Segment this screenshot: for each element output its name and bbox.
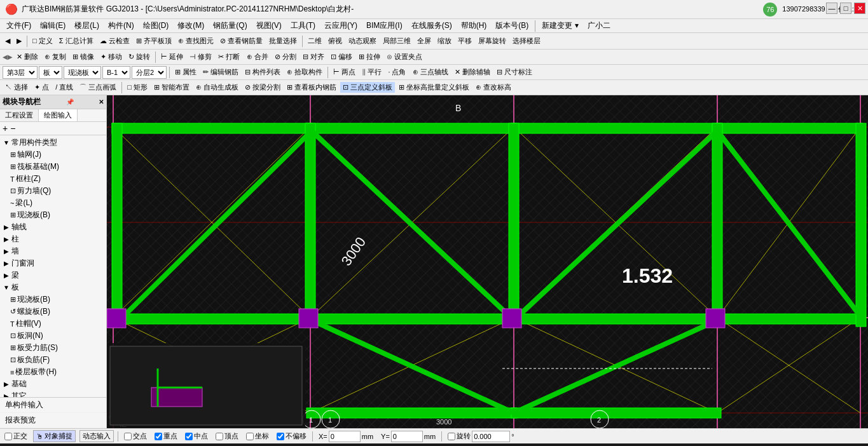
btn-break[interactable]: ✂ 打断 (216, 51, 242, 62)
menu-new-change[interactable]: 新建变更 ▾ (538, 19, 582, 32)
tree-slabhole[interactable]: ⊡ 板洞(N) (1, 330, 105, 342)
btn-smart[interactable]: ⊞ 智能布置 (151, 82, 192, 93)
menu-component[interactable]: 构件(N) (104, 19, 138, 32)
btn-local-3d[interactable]: 局部三维 (380, 36, 413, 46)
btn-dynamic[interactable]: 动态观察 (346, 36, 379, 46)
btn-merge[interactable]: ⊕ 合并 (244, 51, 271, 62)
floor-select[interactable]: 第3层 (3, 66, 38, 79)
cb-nooffset[interactable] (277, 433, 284, 440)
tree-column[interactable]: ▶ 柱 (1, 233, 105, 245)
cb-coord[interactable] (246, 433, 254, 440)
btn-arc[interactable]: ⌒ 三点画弧 (77, 82, 119, 93)
tab-settings[interactable]: 工程设置 (0, 109, 39, 121)
menu-floor[interactable]: 楼层(L) (71, 19, 103, 32)
tree-axisline[interactable]: ▶ 轴线 (1, 221, 105, 233)
tree-beam[interactable]: ~ 梁(L) (1, 197, 105, 209)
btn-add-panel[interactable]: + (3, 123, 8, 133)
cb-rotate[interactable] (448, 433, 455, 440)
btn-sum[interactable]: Σ 汇总计算 (57, 36, 96, 46)
expand-wall[interactable]: ▶ (3, 248, 10, 255)
status-capture[interactable]: 🖱 对象捕捉 (33, 430, 76, 442)
cb-cross[interactable] (124, 433, 132, 440)
btn-mirror[interactable]: ⊞ 镜像 (70, 51, 97, 62)
menu-cloud[interactable]: 云应用(Y) (320, 19, 361, 32)
btn-stretch[interactable]: ⊞ 拉伸 (356, 51, 383, 62)
btn-rotate-screen[interactable]: 屏幕旋转 (476, 36, 509, 46)
btn-three-slope[interactable]: ⊡ 三点定义斜板 (340, 82, 395, 93)
btn-offset[interactable]: ⊡ 偏移 (328, 51, 355, 62)
tree-col[interactable]: T 框柱(Z) (1, 173, 105, 185)
expand-common[interactable]: ▼ (3, 139, 10, 146)
expand-beam[interactable]: ▶ (3, 272, 10, 279)
cb-zhengjiao[interactable] (4, 433, 12, 440)
input-angle[interactable] (472, 431, 510, 442)
maximize-button[interactable]: □ (840, 3, 851, 14)
btn-extend[interactable]: ⊢ 延伸 (158, 51, 186, 62)
tab-draw[interactable]: 绘图输入 (39, 109, 78, 121)
cb-key[interactable] (155, 433, 162, 440)
tree-colcap[interactable]: T 柱帽(V) (1, 318, 105, 330)
tree-slabrebar[interactable]: ⊞ 板受力筋(S) (1, 342, 105, 354)
btn-view-rebar2[interactable]: ⊞ 查看板内钢筋 (284, 82, 339, 93)
btn-fullscreen[interactable]: 全屏 (415, 36, 434, 46)
btn-report[interactable]: 报表预览 (0, 413, 106, 428)
btn-split[interactable]: ⊘ 分割 (272, 51, 299, 62)
panel-pin[interactable]: 📌 (66, 98, 74, 105)
tree-beamcat[interactable]: ▶ 梁 (1, 269, 105, 281)
btn-find[interactable]: ⊕ 查找图元 (176, 36, 216, 46)
btn-split-beam[interactable]: ⊘ 按梁分割 (242, 82, 283, 93)
btn-delete[interactable]: ✕ 删除 (14, 51, 41, 62)
btn-pan[interactable]: 平移 (455, 36, 474, 46)
menu-online[interactable]: 在线服务(S) (408, 19, 456, 32)
btn-line[interactable]: / 直线 (53, 82, 76, 93)
cb-mid[interactable] (185, 433, 193, 440)
panel-close[interactable]: ✕ (99, 98, 104, 105)
minimize-button[interactable]: — (826, 3, 837, 14)
btn-property[interactable]: ⊞ 属性 (172, 67, 199, 78)
btn-level-top[interactable]: ⊞ 齐平板顶 (134, 36, 174, 46)
tree-raft[interactable]: ⊞ 筏板基础(M) (1, 161, 105, 173)
tree-slabcat[interactable]: ▼ 板 (1, 281, 105, 294)
btn-forward[interactable]: ▶ (14, 36, 24, 46)
tree-doorwin[interactable]: ▶ 门窗洞 (1, 257, 105, 269)
btn-two-point[interactable]: ⊢ 两点 (331, 67, 358, 78)
material-select[interactable]: 现浇板 (64, 66, 101, 79)
menu-draw[interactable]: 绘图(D) (139, 19, 173, 32)
btn-dim[interactable]: ⊟ 尺寸标注 (494, 67, 535, 78)
btn-three-axis[interactable]: ⊕ 三点轴线 (410, 67, 451, 78)
menu-guang[interactable]: 广小二 (584, 19, 614, 32)
menu-help[interactable]: 帮助(H) (457, 19, 491, 32)
type-select[interactable]: 板 (39, 66, 62, 79)
btn-rotate[interactable]: ↻ 旋转 (126, 51, 153, 62)
tree-spiralslab[interactable]: ↺ 螺旋板(B) (1, 306, 105, 318)
btn-2d[interactable]: 二维 (305, 36, 324, 46)
btn-top-view[interactable]: 俯视 (326, 36, 345, 46)
tree-slab[interactable]: ⊞ 现浇板(B) (1, 209, 105, 221)
expand-found[interactable]: ▶ (3, 381, 10, 388)
btn-rect[interactable]: □ 矩形 (125, 82, 150, 93)
btn-coord-slope[interactable]: ⊞ 坐标高批量定义斜板 (396, 82, 472, 93)
btn-remove-panel[interactable]: − (10, 123, 15, 133)
expand-dw[interactable]: ▶ (3, 260, 10, 267)
close-button[interactable]: ✕ (854, 3, 865, 14)
menu-rebar[interactable]: 钢筋量(Q) (209, 19, 251, 32)
cb-top[interactable] (216, 433, 223, 440)
layer-select[interactable]: 分层2 (132, 66, 167, 79)
btn-auto-gen[interactable]: ⊕ 自动生成板 (193, 82, 241, 93)
canvas-area[interactable]: 1.532 3000 .690 .690 B A tE 1 1 2 (107, 95, 868, 428)
menu-version[interactable]: 版本号(B) (492, 19, 532, 32)
menu-file[interactable]: 文件(F) (3, 19, 35, 32)
status-dynamic[interactable]: 动态输入 (79, 430, 114, 442)
menu-bim[interactable]: BIM应用(I) (362, 19, 406, 32)
tree-floorband[interactable]: ≡ 楼层板带(H) (1, 366, 105, 378)
tree-slabnegrebarF[interactable]: ⊡ 板负筋(F) (1, 354, 105, 366)
tree-wallcat[interactable]: ▶ 墙 (1, 245, 105, 257)
btn-point-angle[interactable]: · 点角 (385, 67, 408, 78)
btn-view-rebar[interactable]: ⊘ 查看钢筋量 (217, 36, 265, 46)
btn-move[interactable]: ✦ 移动 (98, 51, 125, 62)
btn-check-height[interactable]: ⊕ 查改标高 (473, 82, 514, 93)
btn-parallel[interactable]: ∥ 平行 (359, 67, 384, 78)
input-y[interactable] (391, 431, 423, 442)
expand-slab[interactable]: ▼ (3, 284, 10, 291)
tree-foundation[interactable]: ▶ 基础 (1, 378, 105, 390)
